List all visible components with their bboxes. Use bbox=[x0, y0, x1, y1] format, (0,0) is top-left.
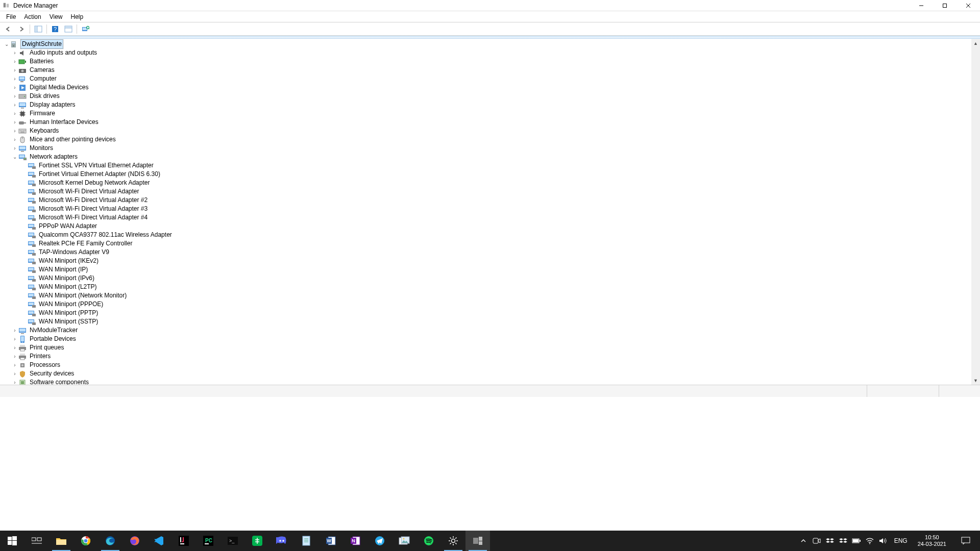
chevron-right-icon[interactable]: › bbox=[11, 93, 18, 100]
tree-category[interactable]: ›Portable Devices bbox=[3, 335, 980, 343]
clock[interactable]: 10:50 24-03-2021 bbox=[914, 534, 950, 547]
tree-category[interactable]: ›Computer bbox=[3, 74, 980, 83]
tray-chevron-icon[interactable] bbox=[798, 536, 808, 546]
dropbox-icon[interactable] bbox=[825, 536, 835, 546]
tree-category[interactable]: ›Print queues bbox=[3, 343, 980, 352]
tree-device[interactable]: ›WAN Miniport (SSTP) bbox=[3, 317, 980, 326]
chevron-right-icon[interactable]: › bbox=[11, 327, 18, 334]
tree-category[interactable]: ›Disk drives bbox=[3, 92, 980, 101]
dropbox2-icon[interactable] bbox=[838, 536, 848, 546]
chevron-right-icon[interactable]: › bbox=[11, 370, 18, 378]
scroll-down-icon[interactable]: ▼ bbox=[971, 376, 980, 385]
chevron-right-icon[interactable]: › bbox=[11, 145, 18, 152]
help-button[interactable]: ? bbox=[49, 23, 61, 35]
scroll-up-icon[interactable]: ▲ bbox=[971, 39, 980, 47]
tree-device[interactable]: ›Fortinet Virtual Ethernet Adapter (NDIS… bbox=[3, 170, 980, 179]
tree-category[interactable]: ›Cameras bbox=[3, 66, 980, 74]
wifi-icon[interactable] bbox=[865, 536, 875, 546]
notepad-button[interactable] bbox=[294, 531, 318, 551]
tree-category[interactable]: ›Mice and other pointing devices bbox=[3, 135, 980, 144]
maximize-button[interactable] bbox=[933, 0, 957, 11]
tree-category[interactable]: ›Firmware bbox=[3, 109, 980, 118]
tree-device[interactable]: ›WAN Miniport (IPv6) bbox=[3, 274, 980, 283]
device-manager-taskbar-button[interactable] bbox=[465, 531, 490, 551]
tree-device[interactable]: ›Microsoft Wi-Fi Direct Virtual Adapter … bbox=[3, 213, 980, 222]
chrome-button[interactable] bbox=[74, 531, 98, 551]
tree-device[interactable]: ›PPPoP WAN Adapter bbox=[3, 222, 980, 231]
tree-category[interactable]: ›Printers bbox=[3, 352, 980, 361]
close-button[interactable] bbox=[957, 0, 980, 11]
chevron-right-icon[interactable]: › bbox=[11, 379, 18, 385]
tree-category[interactable]: ›Batteries bbox=[3, 57, 980, 66]
chevron-right-icon[interactable]: › bbox=[11, 102, 18, 109]
tree-device[interactable]: ›WAN Miniport (PPTP) bbox=[3, 309, 980, 317]
back-button[interactable] bbox=[2, 23, 14, 35]
chevron-right-icon[interactable]: › bbox=[11, 336, 18, 343]
start-button[interactable] bbox=[0, 531, 24, 551]
intellij-button[interactable] bbox=[172, 531, 196, 551]
chevron-right-icon[interactable]: › bbox=[11, 353, 18, 360]
tree-category[interactable]: ›Audio inputs and outputs bbox=[3, 48, 980, 57]
chevron-right-icon[interactable]: › bbox=[11, 362, 18, 369]
chevron-right-icon[interactable]: › bbox=[11, 344, 18, 352]
tree-category[interactable]: ⌄Network adapters bbox=[3, 153, 980, 161]
settings-button[interactable] bbox=[441, 531, 465, 551]
chevron-right-icon[interactable]: › bbox=[11, 49, 18, 57]
tree-device[interactable]: ›WAN Miniport (PPPOE) bbox=[3, 300, 980, 309]
menu-view[interactable]: View bbox=[45, 12, 67, 21]
tree-device[interactable]: ›Qualcomm QCA9377 802.11ac Wireless Adap… bbox=[3, 231, 980, 239]
tree-category[interactable]: ›Software components bbox=[3, 378, 980, 385]
tree-category[interactable]: ›Human Interface Devices bbox=[3, 118, 980, 127]
volume-icon[interactable] bbox=[878, 536, 888, 546]
forward-button[interactable] bbox=[15, 23, 28, 35]
vertical-scrollbar[interactable]: ▲ ▼ bbox=[971, 39, 980, 385]
meet-now-icon[interactable] bbox=[812, 536, 822, 546]
menu-help[interactable]: Help bbox=[67, 12, 88, 21]
tree-category[interactable]: ›Monitors bbox=[3, 144, 980, 153]
pycharm-button[interactable]: PC bbox=[196, 531, 220, 551]
tree-category[interactable]: ›Digital Media Devices bbox=[3, 83, 980, 92]
chevron-right-icon[interactable]: › bbox=[11, 67, 18, 74]
chevron-down-icon[interactable]: ⌄ bbox=[3, 41, 10, 48]
chevron-right-icon[interactable]: › bbox=[11, 76, 18, 83]
edge-button[interactable] bbox=[98, 531, 122, 551]
tree-category[interactable]: ›Processors bbox=[3, 361, 980, 369]
tree-device[interactable]: ›Realtek PCIe FE Family Controller bbox=[3, 239, 980, 248]
chevron-right-icon[interactable]: › bbox=[11, 119, 18, 126]
tree-device[interactable]: ›WAN Miniport (IP) bbox=[3, 265, 980, 274]
tree-category[interactable]: ›NvModuleTracker bbox=[3, 326, 980, 335]
photos-button[interactable] bbox=[392, 531, 416, 551]
tree-device[interactable]: ›TAP-Windows Adapter V9 bbox=[3, 248, 980, 257]
chevron-right-icon[interactable]: › bbox=[11, 110, 18, 117]
discord-button[interactable] bbox=[270, 531, 294, 551]
chevron-down-icon[interactable]: ⌄ bbox=[11, 154, 18, 161]
properties-button[interactable] bbox=[62, 23, 75, 35]
tree-device[interactable]: ›Microsoft Wi-Fi Direct Virtual Adapter … bbox=[3, 205, 980, 213]
tree-category[interactable]: ›Display adapters bbox=[3, 101, 980, 109]
chevron-right-icon[interactable]: › bbox=[11, 136, 18, 143]
chevron-right-icon[interactable]: › bbox=[11, 58, 18, 65]
terminal-button[interactable]: >_ bbox=[220, 531, 245, 551]
show-hide-tree-button[interactable] bbox=[32, 23, 44, 35]
firefox-button[interactable] bbox=[122, 531, 147, 551]
battery-icon[interactable] bbox=[851, 536, 862, 546]
chevron-right-icon[interactable]: › bbox=[11, 128, 18, 135]
app-green-button[interactable] bbox=[245, 531, 270, 551]
tree-device[interactable]: ›WAN Miniport (IKEv2) bbox=[3, 257, 980, 265]
chevron-right-icon[interactable]: › bbox=[11, 84, 18, 91]
language-indicator[interactable]: ENG bbox=[891, 537, 911, 544]
telegram-button[interactable] bbox=[368, 531, 392, 551]
tree-device[interactable]: ›Microsoft Kernel Debug Network Adapter bbox=[3, 179, 980, 187]
tree-device[interactable]: ›WAN Miniport (L2TP) bbox=[3, 283, 980, 291]
tree-root-node[interactable]: ⌄DwightSchrute bbox=[3, 40, 980, 48]
action-center-button[interactable] bbox=[953, 531, 978, 551]
tree-device[interactable]: ›Microsoft Wi-Fi Direct Virtual Adapter bbox=[3, 187, 980, 196]
menu-action[interactable]: Action bbox=[20, 12, 45, 21]
word-button[interactable]: W bbox=[318, 531, 343, 551]
tree-category[interactable]: ›Security devices bbox=[3, 369, 980, 378]
scan-hardware-button[interactable] bbox=[79, 23, 91, 35]
spotify-button[interactable] bbox=[416, 531, 441, 551]
tree-device[interactable]: ›WAN Miniport (Network Monitor) bbox=[3, 291, 980, 300]
onenote-button[interactable]: N bbox=[343, 531, 368, 551]
tree-category[interactable]: ›Keyboards bbox=[3, 127, 980, 135]
